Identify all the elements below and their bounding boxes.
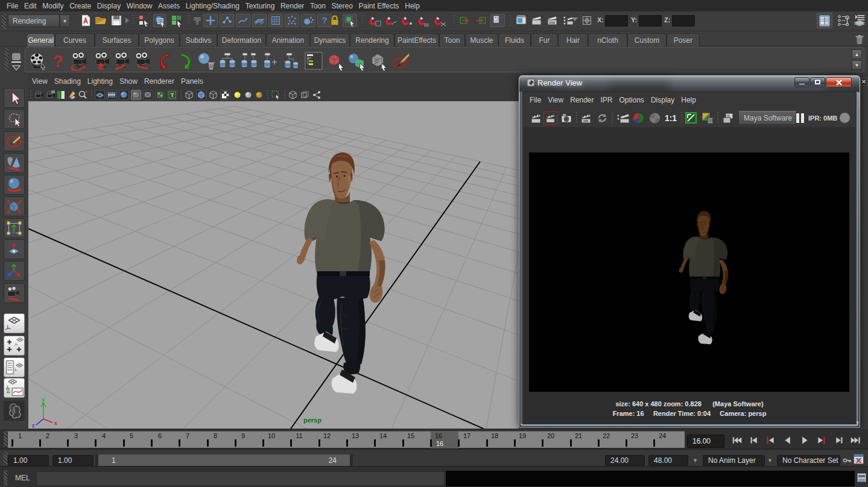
- svg-text:x: x: [54, 420, 57, 426]
- svg-text:y: y: [42, 397, 45, 403]
- svg-text:T: T: [171, 92, 174, 98]
- svg-text:W: W: [727, 114, 730, 118]
- svg-text:?: ?: [322, 15, 327, 25]
- svg-text:persp: persp: [303, 416, 322, 424]
- svg-text:?: ?: [52, 52, 63, 71]
- svg-text:IPR: IPR: [583, 119, 589, 123]
- svg-text:IPR: IPR: [549, 21, 556, 25]
- svg-text:z: z: [32, 423, 35, 429]
